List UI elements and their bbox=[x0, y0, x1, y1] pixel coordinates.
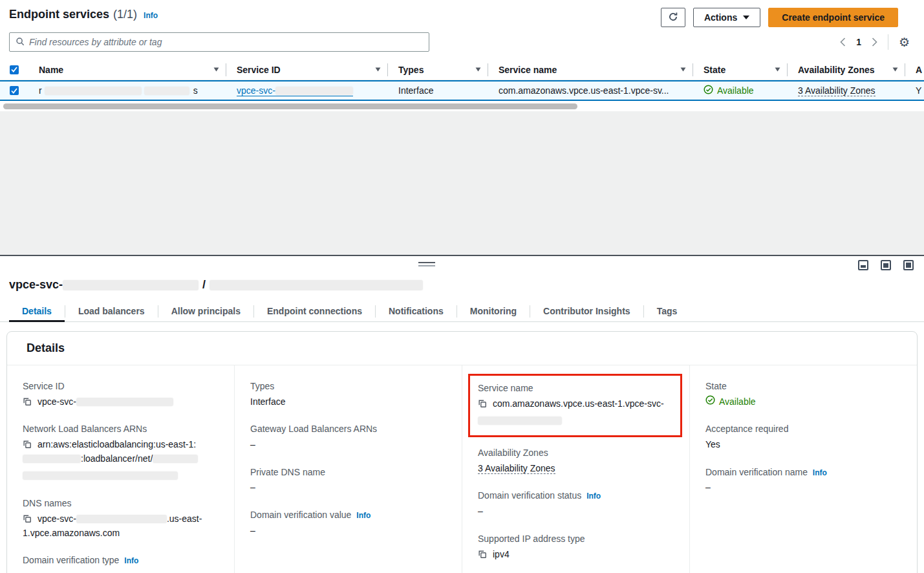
filter-icon[interactable] bbox=[475, 67, 481, 72]
filter-icon[interactable] bbox=[892, 67, 898, 72]
field-value: Interface bbox=[250, 395, 445, 409]
field-glb-arns: Gateway Load Balancers ARNs – bbox=[250, 422, 445, 451]
row-availability-zones-cell: 3 Availability Zones bbox=[788, 81, 905, 100]
pagination-divider bbox=[888, 34, 888, 50]
details-column-2: Types Interface Gateway Load Balancers A… bbox=[235, 365, 462, 573]
info-link[interactable]: Info bbox=[813, 468, 827, 477]
row-checkbox-cell bbox=[0, 81, 28, 100]
info-link[interactable]: Info bbox=[144, 11, 158, 20]
search-box[interactable] bbox=[9, 32, 429, 52]
column-header-state[interactable]: State bbox=[693, 59, 788, 80]
tab-label: Monitoring bbox=[470, 306, 517, 316]
select-all-checkbox[interactable] bbox=[10, 65, 19, 74]
copy-icon[interactable] bbox=[23, 514, 32, 525]
field-domain-verification-name: Domain verification name Info – bbox=[705, 466, 900, 495]
column-header-label: Service name bbox=[499, 65, 557, 75]
chevron-right-icon bbox=[872, 38, 877, 47]
page-background-gap bbox=[0, 111, 924, 255]
next-page-button[interactable] bbox=[872, 38, 877, 47]
horizontal-scrollbar-thumb[interactable] bbox=[3, 103, 577, 109]
tab-details[interactable]: Details bbox=[9, 301, 65, 322]
info-link[interactable]: Info bbox=[356, 511, 371, 520]
tab-notifications[interactable]: Notifications bbox=[376, 301, 457, 322]
preferences-gear-button[interactable]: ⚙ bbox=[899, 36, 910, 49]
check-icon bbox=[11, 88, 17, 94]
filter-icon[interactable] bbox=[213, 67, 219, 72]
redacted-text bbox=[210, 280, 423, 290]
field-label: Availability Zones bbox=[478, 446, 672, 460]
tab-label: Details bbox=[22, 306, 52, 316]
panel-size-medium-icon[interactable] bbox=[881, 260, 891, 270]
info-link[interactable]: Info bbox=[124, 556, 138, 565]
column-header-name[interactable]: Name bbox=[28, 59, 226, 80]
pagination: 1 ⚙ bbox=[840, 34, 910, 50]
tab-endpoint-connections[interactable]: Endpoint connections bbox=[254, 301, 375, 322]
field-value: vpce-svc- bbox=[38, 514, 76, 524]
row-service-name-cell: com.amazonaws.vpce.us-east-1.vpce-sv... bbox=[488, 81, 693, 100]
field-value: ipv4 bbox=[493, 549, 510, 559]
split-panel-drag-handle[interactable] bbox=[418, 262, 435, 266]
row-checkbox[interactable] bbox=[10, 86, 19, 95]
list-controls-row: 1 ⚙ bbox=[0, 32, 924, 52]
column-header-service-name[interactable]: Service name bbox=[488, 59, 693, 80]
field-private-dns-name: Private DNS name – bbox=[250, 466, 445, 495]
field-value: vpce-svc- bbox=[38, 396, 76, 407]
field-service-id: Service ID vpce-svc- bbox=[23, 380, 217, 409]
panel-size-small-icon[interactable] bbox=[858, 260, 868, 270]
previous-page-button[interactable] bbox=[840, 38, 846, 47]
search-input[interactable] bbox=[29, 37, 423, 47]
search-icon bbox=[16, 37, 25, 48]
create-endpoint-service-label: Create endpoint service bbox=[782, 12, 885, 23]
redacted-text bbox=[275, 87, 353, 95]
redacted-text bbox=[23, 455, 81, 463]
field-label: Acceptance required bbox=[705, 422, 900, 437]
column-header-service-id[interactable]: Service ID bbox=[226, 59, 388, 80]
details-card-body: Service ID vpce-svc- Network Load Balanc… bbox=[7, 365, 917, 573]
column-header-label: Types bbox=[398, 65, 424, 75]
field-label: Network Load Balancers ARNs bbox=[23, 422, 217, 437]
endpoint-services-list-section: Endpoint services (1/1) Info Actions Cre… bbox=[0, 0, 924, 111]
copy-icon[interactable] bbox=[478, 550, 487, 561]
tab-label: Tags bbox=[657, 306, 678, 316]
refresh-button[interactable] bbox=[661, 8, 685, 27]
field-state: State Available bbox=[705, 380, 900, 409]
field-label: Service ID bbox=[23, 380, 217, 394]
filter-icon[interactable] bbox=[680, 67, 686, 72]
copy-icon[interactable] bbox=[23, 397, 32, 408]
field-label: State bbox=[705, 380, 900, 394]
copy-icon[interactable] bbox=[23, 440, 32, 451]
details-card: Details Service ID vpce-svc- Network Loa… bbox=[6, 331, 918, 573]
field-value: Available bbox=[719, 395, 756, 409]
details-column-3: Service name com.amazonaws.vpce.us-east-… bbox=[462, 365, 690, 573]
service-id-link[interactable]: vpce-svc- bbox=[237, 85, 353, 96]
info-link[interactable]: Info bbox=[586, 492, 601, 501]
table-row[interactable]: r s vpce-svc- Interface com.amazonaws.vp… bbox=[0, 80, 924, 101]
field-value: – bbox=[250, 438, 445, 452]
page-title-text: Endpoint services bbox=[9, 8, 109, 21]
copy-icon[interactable] bbox=[478, 399, 487, 410]
field-value: – bbox=[478, 504, 672, 519]
refresh-icon bbox=[668, 12, 678, 24]
tab-contributor-insights[interactable]: Contributor Insights bbox=[530, 301, 643, 322]
tab-tags[interactable]: Tags bbox=[644, 301, 691, 322]
table-header-row: Name Service ID Type bbox=[0, 59, 924, 80]
panel-size-full-icon[interactable] bbox=[903, 260, 914, 270]
row-name-cell: r s bbox=[28, 81, 226, 100]
redacted-text bbox=[478, 416, 562, 425]
availability-zones-link[interactable]: 3 Availability Zones bbox=[798, 85, 876, 96]
availability-zones-link[interactable]: 3 Availability Zones bbox=[478, 463, 555, 474]
tab-allow-principals[interactable]: Allow principals bbox=[158, 301, 253, 322]
column-header-acceptance-truncated[interactable]: A bbox=[905, 59, 924, 80]
column-header-types[interactable]: Types bbox=[388, 59, 488, 80]
filter-icon[interactable] bbox=[775, 67, 780, 72]
actions-button[interactable]: Actions bbox=[693, 8, 760, 27]
current-page-number[interactable]: 1 bbox=[856, 37, 861, 47]
field-value: – bbox=[23, 569, 217, 573]
tab-monitoring[interactable]: Monitoring bbox=[457, 301, 530, 322]
split-panel-size-controls bbox=[858, 260, 914, 270]
column-header-availability-zones[interactable]: Availability Zones bbox=[788, 59, 905, 80]
create-endpoint-service-button[interactable]: Create endpoint service bbox=[768, 8, 898, 27]
filter-icon[interactable] bbox=[375, 67, 381, 72]
tab-load-balancers[interactable]: Load balancers bbox=[65, 301, 158, 322]
field-value: arn:aws:elasticloadbalancing:us-east-1: bbox=[38, 439, 196, 449]
